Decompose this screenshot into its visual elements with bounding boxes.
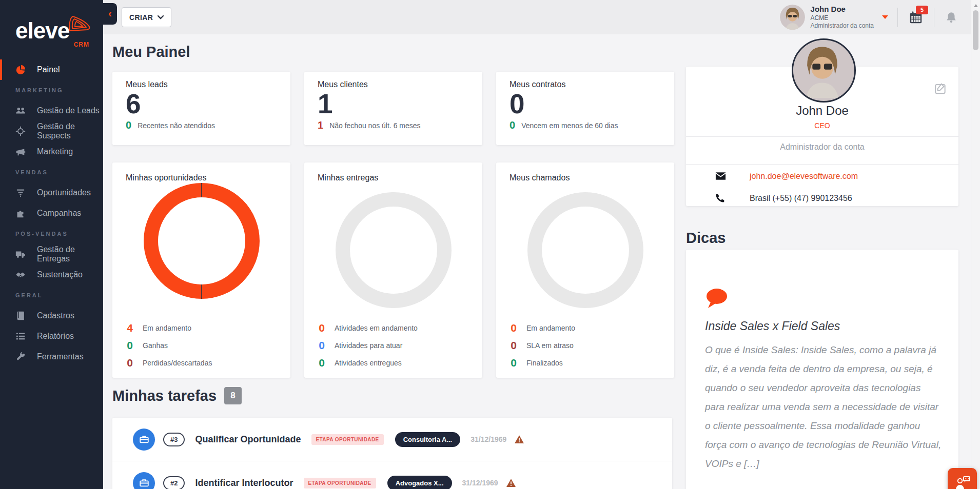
task-client-pill[interactable]: Advogados X... [387,476,452,489]
envelope-icon [715,170,727,182]
sidebar-item-oportunidades[interactable]: Oportunidades [0,182,103,203]
create-button[interactable]: CRIAR [122,7,171,27]
donut-card-minhas-entregas[interactable]: Minhas entregas 0Atividades em andamento… [304,162,482,378]
legend-label: Finalizados [526,359,563,367]
sidebar-item-ferramentas[interactable]: Ferramentas [0,347,103,367]
legend-label: Perdidas/descartadas [143,359,212,367]
profile-card: John Doe CEO Administrador da conta john… [686,67,958,206]
calendar-button[interactable]: 5 [908,10,924,25]
task-client-pill[interactable]: Consultoria A... [395,432,461,447]
stat-sub-value: 0 [509,119,515,131]
legend-label: Em andamento [526,324,575,332]
warning-icon [515,435,524,443]
profile-phone-value: Brasil (+55) (47) 990123456 [750,194,852,203]
edit-pencil-icon [934,82,947,95]
stat-card-value: 1 [318,89,469,118]
notifications-button[interactable] [945,11,958,24]
task-row[interactable]: #2 Identificar Interlocutor ETAPA OPORTU… [112,461,672,489]
stat-card-meus-clientes[interactable]: Meus clientes 1 1 Não fechou nos últ. 6 … [304,72,482,145]
donut-card-title: Meus chamados [509,172,597,184]
legend-value: 0 [318,357,326,369]
warning-icon [506,479,516,487]
logo-text: eleve [15,18,69,43]
sidebar-item-campanhas[interactable]: Campanhas [0,203,103,223]
edit-profile-button[interactable] [934,82,947,95]
create-button-label: CRIAR [129,13,153,22]
stat-sub-value: 0 [126,119,131,131]
sidebar-item-cadastros[interactable]: Cadastros [0,305,103,326]
stat-sub-label: Não fechou nos últ. 6 meses [329,121,420,130]
scrollbar-up-arrow-icon[interactable] [974,4,978,7]
stat-card-meus-contratos[interactable]: Meus contratos 0 0 Vencem em menos de 60… [496,72,674,145]
chat-person-icon [954,474,971,489]
stat-card-meus-leads[interactable]: Meus leads 6 0 Recentes não atendidos [112,72,290,145]
tasks-header: Minhas tarefas 8 [112,387,242,404]
chat-widget-button[interactable] [948,468,977,489]
calendar-badge: 5 [916,6,928,14]
sidebar-section-pos-vendas: PÓS-VENDAS [0,223,103,244]
sidebar-item-painel[interactable]: Painel [0,59,103,80]
page-title: Meu Painel [112,44,190,60]
sidebar-section-geral: GERAL [0,285,103,305]
logo-triangle-icon [68,13,91,34]
task-title[interactable]: Identificar Interlocutor [195,478,293,488]
sidebar-item-gestao-de-leads[interactable]: Gestão de Leads [0,100,103,121]
legend-label: Atividades para atuar [335,341,402,350]
sidebar-item-gestao-de-entregas[interactable]: Gestão de Entregas [0,244,103,264]
megaphone-icon [15,146,26,157]
legend-label: Ganhas [143,341,168,350]
task-due-date: 31/12/1969 [471,435,506,443]
task-row[interactable]: #3 Qualificar Oportunidade ETAPA OPORTUN… [112,418,672,461]
legend-value: 0 [509,339,518,352]
chevron-left-icon: ‹ [108,7,112,21]
sidebar-item-label: Ferramentas [37,352,84,361]
profile-email-link[interactable]: john.doe@elevesoftware.com [750,172,858,181]
sidebar-item-label: Gestão de Suspects [37,122,103,140]
sidebar-section-vendas: VENDAS [0,162,103,182]
truck-icon [15,249,26,260]
task-title[interactable]: Qualificar Oportunidade [195,434,301,445]
scrollbar-thumb[interactable] [973,10,978,50]
legend-label: Em andamento [143,324,191,332]
stat-card-value: 6 [126,89,277,118]
profile-email-row: john.doe@elevesoftware.com [686,166,958,187]
entregas-donut-chart [335,191,453,309]
list-icon [15,331,26,342]
tip-footer: O post Inside Sales x Field Sales aparec… [705,483,942,489]
profile-role: CEO [686,121,958,130]
sidebar-item-sustentacao[interactable]: Sustentação [0,264,103,285]
legend-value: 0 [318,339,326,352]
eleve-logo: eleve CRM [15,15,92,52]
tip-body: O que é Inside Sales: Inside Sales, como… [705,340,942,473]
sidebar: eleve CRM Painel MARKETING Gestão de Lea… [0,0,103,489]
task-type-icon [133,472,155,489]
sidebar-item-label: Sustentação [37,270,83,279]
stat-sub-label: Vencem em menos de 60 dias [521,121,618,130]
profile-account-role: Administrador da conta [686,137,958,157]
oportunidades-donut-chart [143,182,261,300]
legend-value: 0 [126,357,134,369]
tasks-title: Minhas tarefas [112,388,217,404]
vertical-scrollbar[interactable] [971,0,980,489]
donut-legend: 4Em andamento 0Ganhas 0Perdidas/descarta… [126,319,277,372]
donut-legend: 0Atividades em andamento 0Atividades par… [318,319,469,372]
donut-card-meus-chamados[interactable]: Meus chamados 0Em andamento 0SLA em atra… [496,162,674,378]
sidebar-item-label: Oportunidades [37,188,91,197]
sidebar-item-label: Relatórios [37,332,74,341]
pie-chart-icon [15,64,26,75]
user-menu-caret-icon[interactable] [882,15,888,19]
sidebar-collapse-button[interactable]: ‹ [103,3,117,25]
crosshair-icon [15,126,26,137]
sidebar-item-gestao-de-suspects[interactable]: Gestão de Suspects [0,121,103,141]
user-menu[interactable]: John Doe ACME Administrador da conta [811,5,874,30]
sidebar-item-relatorios[interactable]: Relatórios [0,326,103,347]
sidebar-item-label: Gestão de Entregas [37,245,103,263]
profile-name: John Doe [686,104,958,118]
donut-card-minhas-oportunidades[interactable]: Minhas oportunidades 4Em andamento 0Ganh… [112,162,290,378]
sidebar-item-marketing[interactable]: Marketing [0,141,103,162]
profile-avatar [792,38,856,103]
user-avatar[interactable] [780,5,805,30]
stat-card-title: Meus clientes [318,80,469,89]
sidebar-nav: Painel MARKETING Gestão de Leads Gestão … [0,59,103,367]
sidebar-item-label: Campanhas [37,209,81,218]
